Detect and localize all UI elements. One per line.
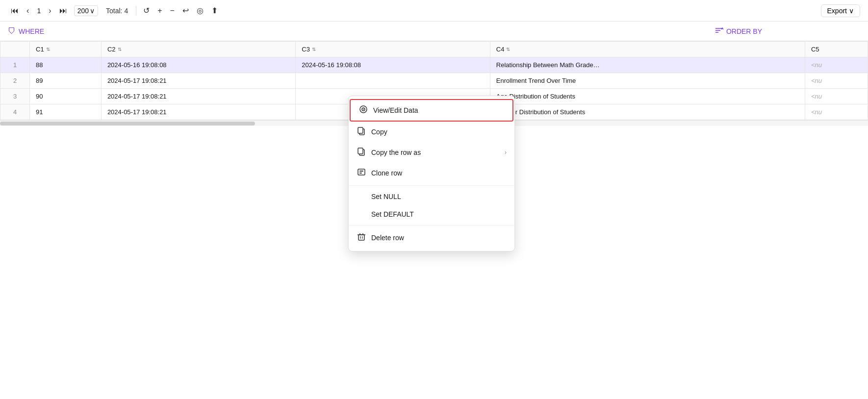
orderby-label: ORDER BY — [726, 27, 762, 35]
toolbar: ⏮ ‹ 1 › ⏭ 200 ∨ Total: 4 ↺ + − ↩ ◎ ⬆ Exp… — [0, 0, 868, 22]
refresh-button[interactable]: ↺ — [140, 4, 153, 17]
menu-divider-1 — [349, 185, 514, 186]
cell-c5: <nu — [805, 57, 868, 73]
minus-icon: − — [170, 6, 175, 15]
toolbar-divider-1 — [136, 6, 136, 16]
cell-c1: 89 — [30, 73, 102, 89]
delete-icon — [357, 232, 366, 243]
view-edit-icon — [358, 105, 368, 116]
filter-bar: ⛉ WHERE ORDER BY — [0, 22, 868, 41]
prev-page-button[interactable]: ‹ — [24, 4, 32, 17]
orderby-filter[interactable]: ORDER BY — [715, 26, 762, 37]
col-header-c5[interactable]: C5 — [805, 42, 868, 57]
upload-icon: ⬆ — [211, 6, 218, 15]
add-row-button[interactable]: + — [154, 4, 165, 17]
menu-item-copy[interactable]: Copy — [349, 122, 514, 142]
table-row[interactable]: 1882024-05-16 19:08:082024-05-16 19:08:0… — [0, 57, 868, 73]
set-default-label: Set DEFAULT — [371, 210, 507, 218]
eye-icon: ◎ — [197, 6, 204, 15]
table-header-row: C1 ⇅ C2 ⇅ C3 ⇅ — [0, 42, 868, 57]
where-icon: ⛉ — [8, 27, 16, 36]
menu-item-delete-row[interactable]: Delete row — [349, 227, 514, 248]
cell-rownum: 2 — [0, 73, 30, 89]
where-label: WHERE — [19, 27, 44, 35]
first-page-icon: ⏮ — [11, 6, 19, 15]
col-header-rownum — [0, 42, 30, 57]
delete-row-button[interactable]: − — [167, 4, 178, 17]
menu-item-copy-row-as[interactable]: Copy the row as › — [349, 142, 514, 163]
export-button[interactable]: Export ∨ — [821, 4, 860, 17]
cell-c2: 2024-05-17 19:08:21 — [101, 89, 295, 104]
copy-icon — [357, 126, 366, 137]
last-page-icon: ⏭ — [59, 6, 67, 15]
export-arrow-icon: ∨ — [849, 7, 854, 15]
menu-item-set-default[interactable]: Set DEFAULT — [349, 205, 514, 223]
where-filter[interactable]: ⛉ WHERE — [8, 27, 44, 36]
svg-rect-11 — [359, 171, 363, 172]
view-edit-label: View/Edit Data — [373, 106, 505, 114]
cell-c5: <nu — [805, 104, 868, 120]
sort-icon-c1: ⇅ — [46, 47, 50, 52]
copy-label: Copy — [371, 128, 507, 136]
menu-divider-2 — [349, 225, 514, 225]
cell-rownum: 1 — [0, 57, 30, 73]
upload-button[interactable]: ⬆ — [208, 4, 221, 17]
cell-c4: Age Distribution of Students — [490, 89, 805, 104]
svg-rect-9 — [358, 148, 363, 154]
page-info: 1 — [34, 7, 44, 15]
cell-c1: 88 — [30, 57, 102, 73]
svg-rect-7 — [358, 127, 363, 133]
cell-rownum: 3 — [0, 89, 30, 104]
first-page-button[interactable]: ⏮ — [8, 4, 22, 17]
cell-c2: 2024-05-17 19:08:21 — [101, 73, 295, 89]
svg-rect-12 — [359, 173, 362, 174]
per-page-arrow-icon: ∨ — [90, 7, 95, 15]
cell-c1: 91 — [30, 104, 102, 120]
last-page-button[interactable]: ⏭ — [56, 4, 70, 17]
cell-c5: <nu — [805, 89, 868, 104]
next-page-button[interactable]: › — [46, 4, 54, 17]
total-info: Total: 4 — [106, 7, 128, 15]
col-header-c4[interactable]: C4 ⇅ — [490, 42, 805, 57]
next-page-icon: › — [49, 6, 51, 15]
cell-c4: Enrollment Trend Over Time — [490, 73, 805, 89]
scrollbar-thumb[interactable] — [0, 122, 255, 125]
sort-icon-c3: ⇅ — [312, 47, 316, 52]
undo-icon: ↩ — [182, 6, 189, 15]
menu-item-view-edit[interactable]: View/Edit Data — [350, 99, 513, 122]
submenu-chevron-icon: › — [505, 149, 507, 156]
cell-c4: Gender Distribution of Students — [490, 104, 805, 120]
table-row[interactable]: 2892024-05-17 19:08:21Enrollment Trend O… — [0, 73, 868, 89]
export-label: Export — [827, 7, 847, 15]
cell-c4: Relationship Between Math Grade… — [490, 57, 805, 73]
cell-c1: 90 — [30, 89, 102, 104]
per-page-select[interactable]: 200 ∨ — [74, 5, 98, 16]
svg-rect-13 — [358, 235, 364, 240]
cell-c3 — [296, 73, 490, 89]
copy-row-as-label: Copy the row as — [371, 149, 500, 156]
preview-button[interactable]: ◎ — [194, 4, 206, 17]
page-number: 1 — [34, 7, 44, 15]
cell-rownum: 4 — [0, 104, 30, 120]
set-null-label: Set NULL — [371, 193, 507, 200]
svg-rect-10 — [358, 169, 365, 175]
orderby-icon — [715, 26, 723, 37]
sort-icon-c4: ⇅ — [506, 47, 510, 52]
menu-item-set-null[interactable]: Set NULL — [349, 188, 514, 205]
undo-button[interactable]: ↩ — [179, 4, 192, 17]
menu-item-clone-row[interactable]: Clone row — [349, 163, 514, 183]
per-page-value: 200 — [77, 7, 89, 15]
cell-c3: 2024-05-16 19:08:08 — [296, 57, 490, 73]
refresh-icon: ↺ — [143, 6, 150, 15]
col-header-c3[interactable]: C3 ⇅ — [296, 42, 490, 57]
context-menu: View/Edit Data Copy Copy the row as › — [348, 96, 515, 251]
copy-row-icon — [357, 147, 366, 158]
add-icon: + — [157, 6, 162, 15]
cell-c5: <nu — [805, 73, 868, 89]
col-header-c1[interactable]: C1 ⇅ — [30, 42, 102, 57]
svg-point-5 — [363, 109, 364, 110]
cell-c2: 2024-05-16 19:08:08 — [101, 57, 295, 73]
cell-c2: 2024-05-17 19:08:21 — [101, 104, 295, 120]
col-header-c2[interactable]: C2 ⇅ — [101, 42, 295, 57]
prev-page-icon: ‹ — [26, 6, 29, 15]
